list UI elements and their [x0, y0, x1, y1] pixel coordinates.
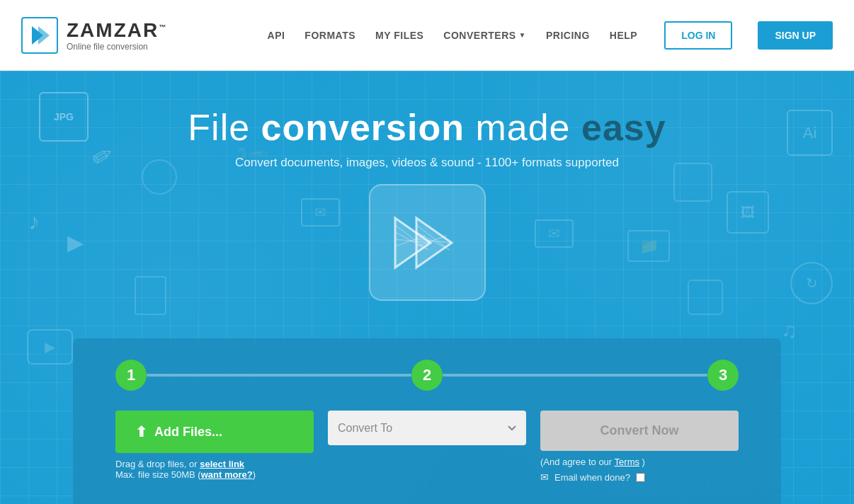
hero-title-part1: File [188, 107, 261, 148]
step-3-circle: 3 [707, 360, 739, 391]
col-convert-to: Convert To PDF JPG MP4 MP3 DOCX [328, 411, 526, 445]
steps-bar: 1 2 3 [115, 360, 739, 391]
logo-text: ZAMZAR™ Online file conversion [67, 19, 167, 52]
upload-icon: ⬆ [135, 423, 147, 440]
col-convert-now: Convert Now (And agree to our Terms ) ✉ … [540, 411, 739, 483]
email-icon: ✉ [540, 471, 549, 483]
deco-folder2: 📁 [627, 230, 670, 262]
agree-text: (And agree to our Terms ) [540, 457, 645, 467]
deco-music-r: ♫ [782, 319, 798, 343]
want-more-close: ) [253, 469, 256, 480]
logo-name-text: ZAMZAR [67, 19, 159, 41]
terms-link[interactable]: Terms [615, 457, 639, 467]
controls-row: ⬆ Add Files... Drag & drop files, or sel… [115, 411, 739, 483]
step-1-circle: 1 [115, 360, 147, 391]
want-more-link[interactable]: want more? [201, 469, 253, 480]
select-link[interactable]: select link [200, 459, 244, 469]
conversion-panel: 1 2 3 ⬆ Add Files... Drag & drop files, … [73, 338, 781, 504]
header: ZAMZAR™ Online file conversion API FORMA… [0, 0, 854, 71]
login-button[interactable]: LOG IN [664, 21, 732, 50]
deco-youtube: ▶ [27, 329, 73, 365]
drag-drop-label: Drag & drop files, or [115, 459, 198, 469]
agree-label: (And agree to our [540, 457, 612, 467]
logo-area: ZAMZAR™ Online file conversion [21, 17, 167, 54]
hero-title: File conversion made easy [188, 106, 666, 149]
deco-circle-r: ↻ [790, 262, 833, 304]
max-file-label: Max. file size 50MB ( [115, 469, 201, 480]
deco-ai: Ai [787, 110, 833, 156]
step-line-2 [443, 374, 707, 377]
hero-subtitle: Convert documents, images, videos & soun… [235, 156, 619, 170]
step-line-1 [147, 374, 411, 377]
deco-box-r [673, 163, 712, 202]
nav-my-files[interactable]: MY FILES [375, 30, 423, 41]
col-add-files: ⬆ Add Files... Drag & drop files, or sel… [115, 411, 314, 480]
deco-play: ▶ [67, 230, 84, 255]
nav-api[interactable]: API [268, 30, 285, 41]
deco-music: ♪ [28, 209, 40, 235]
deco-pencil: ✏ [86, 138, 120, 174]
email-label: Email when done? [554, 472, 630, 483]
add-files-label: Add Files... [154, 425, 222, 440]
main-nav: API FORMATS MY FILES CONVERTERS ▼ PRICIN… [268, 21, 833, 50]
step-2-circle: 2 [411, 360, 443, 391]
hero-title-bold: conversion [261, 107, 465, 148]
deco-email-left: ✉ [301, 198, 340, 227]
logo-name: ZAMZAR™ [67, 19, 167, 42]
agree-close: ) [642, 457, 645, 467]
email-checkbox[interactable] [636, 473, 645, 482]
hero-section: JPG ✏ ♪ ▶ ▶ ✉ ✉ Ai 🖼 ↻ ♫ 📁 🔧 File conver… [0, 71, 854, 504]
drag-drop-text: Drag & drop files, or select link [115, 459, 244, 469]
email-row: ✉ Email when done? [540, 471, 645, 483]
deco-email-right: ✉ [535, 219, 574, 248]
deco-doc [135, 276, 166, 315]
nav-converters-label: CONVERTERS [443, 30, 516, 41]
signup-button[interactable]: SIGN UP [758, 21, 833, 50]
deco-image: 🖼 [727, 191, 769, 234]
nav-pricing[interactable]: PRICING [546, 30, 590, 41]
convert-to-select[interactable]: Convert To PDF JPG MP4 MP3 DOCX [328, 411, 526, 445]
deco-folder-r [688, 280, 723, 315]
hero-title-dark: easy [581, 107, 666, 148]
add-files-button[interactable]: ⬆ Add Files... [115, 411, 314, 453]
svg-marker-1 [38, 26, 50, 45]
hero-title-part2: made [465, 107, 581, 148]
logo-tm: ™ [159, 23, 167, 30]
nav-converters[interactable]: CONVERTERS ▼ [443, 30, 526, 41]
center-logo-icon [369, 184, 486, 301]
file-size-text: Max. file size 50MB (want more?) [115, 469, 256, 480]
logo-tagline: Online file conversion [67, 42, 167, 52]
deco-jpg: JPG [39, 92, 89, 142]
deco-circle [142, 159, 177, 195]
nav-formats[interactable]: FORMATS [304, 30, 355, 41]
convert-now-button[interactable]: Convert Now [540, 411, 739, 451]
chevron-down-icon: ▼ [519, 31, 526, 39]
nav-help[interactable]: HELP [610, 30, 637, 41]
logo-icon [21, 17, 58, 54]
